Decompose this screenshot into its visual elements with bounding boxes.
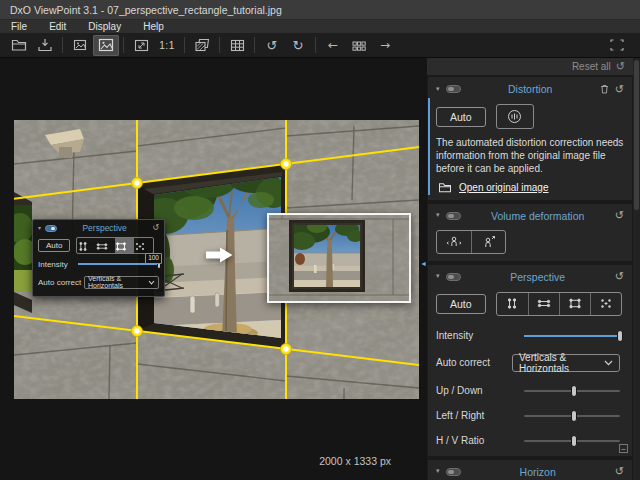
guide-handle[interactable] bbox=[281, 344, 292, 355]
force-rectangle-tool[interactable] bbox=[115, 238, 134, 253]
rectangle-icon bbox=[115, 241, 127, 252]
collapse-triangle-icon[interactable]: ▾ bbox=[436, 212, 440, 219]
toolbar: 1:1 ↺ ↻ ← → bbox=[0, 33, 640, 58]
workspace: ▾ Perspective ↺ Auto bbox=[0, 58, 640, 480]
intensity-slider[interactable] bbox=[524, 329, 620, 343]
menu-file[interactable]: File bbox=[0, 21, 38, 32]
export-button[interactable] bbox=[32, 35, 58, 56]
perspective-toggle[interactable] bbox=[446, 273, 461, 281]
reset-section-icon[interactable]: ↺ bbox=[615, 84, 624, 95]
reset-section-icon[interactable]: ↺ bbox=[615, 210, 624, 221]
perspective-toggle[interactable] bbox=[45, 225, 57, 232]
collapse-triangle-icon[interactable]: ▾ bbox=[436, 86, 440, 93]
trash-icon[interactable] bbox=[600, 84, 609, 94]
fit-screen-button[interactable] bbox=[128, 35, 154, 56]
rectangle-icon bbox=[568, 297, 582, 310]
auto-correct-value: Verticals & Horizontals bbox=[88, 275, 148, 289]
reset-section-icon[interactable]: ↺ bbox=[615, 271, 624, 282]
volume-toggle[interactable] bbox=[446, 212, 461, 220]
section-title: Distortion bbox=[467, 83, 594, 95]
open-file-button[interactable] bbox=[6, 35, 32, 56]
panel-scrollbar[interactable] bbox=[633, 58, 640, 480]
intensity-slider[interactable]: 100 bbox=[78, 258, 159, 270]
collapse-triangle-icon[interactable]: ▾ bbox=[436, 273, 440, 280]
toolbar-separator bbox=[254, 37, 255, 53]
distortion-toggle[interactable] bbox=[446, 85, 461, 93]
rotate-cw-button[interactable]: ↻ bbox=[285, 35, 311, 56]
force-horizontals-tool[interactable] bbox=[96, 238, 115, 253]
chevron-down-icon bbox=[604, 360, 613, 366]
auto-button[interactable]: Auto bbox=[38, 239, 70, 252]
left-right-slider[interactable] bbox=[524, 409, 620, 423]
menu-edit[interactable]: Edit bbox=[38, 21, 77, 32]
slider-handle[interactable] bbox=[571, 385, 577, 397]
reset-all-icon[interactable]: ↺ bbox=[616, 61, 625, 72]
open-original-link[interactable]: Open original image bbox=[459, 182, 549, 193]
zoom-1-1-button[interactable]: 1:1 bbox=[154, 35, 180, 56]
up-down-label: Up / Down bbox=[436, 385, 524, 396]
horizontals-icon bbox=[537, 297, 551, 310]
rotate-ccw-button[interactable]: ↺ bbox=[259, 35, 285, 56]
view-original-button[interactable] bbox=[67, 35, 93, 56]
up-down-slider[interactable] bbox=[524, 384, 620, 398]
grid-button[interactable] bbox=[224, 35, 250, 56]
auto-correct-dropdown[interactable]: Verticals & Horizontals bbox=[512, 354, 620, 372]
horizontals-icon bbox=[96, 241, 108, 252]
force-rectangle-tool[interactable] bbox=[559, 293, 590, 315]
distortion-manual-button[interactable] bbox=[497, 105, 533, 128]
force-verticals-tool[interactable] bbox=[497, 293, 528, 315]
volume-horizontal-button[interactable] bbox=[437, 231, 471, 253]
fullscreen-button[interactable] bbox=[604, 35, 630, 56]
slider-handle[interactable] bbox=[571, 410, 577, 422]
next-image-button[interactable]: → bbox=[372, 35, 398, 56]
perspective-auto-button[interactable]: Auto bbox=[436, 294, 486, 314]
fullscreen-icon bbox=[610, 39, 624, 51]
guide-handle[interactable] bbox=[281, 159, 292, 170]
hv-ratio-label: H / V Ratio bbox=[436, 435, 524, 446]
previous-image-button[interactable]: ← bbox=[320, 35, 346, 56]
guide-handle[interactable] bbox=[132, 326, 143, 337]
verticals-icon bbox=[77, 241, 89, 252]
collapse-triangle-icon[interactable]: ▾ bbox=[38, 225, 41, 231]
export-icon bbox=[37, 38, 53, 52]
force-horizontals-tool[interactable] bbox=[528, 293, 559, 315]
reset-all-label[interactable]: Reset all bbox=[572, 61, 611, 72]
image-canvas[interactable]: ▾ Perspective ↺ Auto bbox=[0, 58, 427, 480]
menu-display[interactable]: Display bbox=[77, 21, 132, 32]
reset-section-icon[interactable]: ↺ bbox=[615, 466, 624, 477]
auto-correct-dropdown[interactable]: Verticals & Horizontals bbox=[84, 276, 159, 289]
volume-diagonal-button[interactable] bbox=[471, 231, 505, 253]
eight-points-tool[interactable] bbox=[134, 238, 153, 253]
section-volume-deformation: ▾ Volume deformation ↺ bbox=[428, 204, 632, 261]
force-verticals-tool[interactable] bbox=[77, 238, 96, 253]
compare-button[interactable] bbox=[189, 35, 215, 56]
reset-all-bar[interactable]: Reset all ↺ bbox=[427, 58, 633, 75]
hv-ratio-slider[interactable] bbox=[524, 434, 620, 448]
reset-icon[interactable]: ↺ bbox=[152, 224, 159, 232]
corrections-panel: Reset all ↺ ▾ Distortion ↺ Auto bbox=[427, 58, 633, 480]
panel-collapse-handle[interactable]: ◂ bbox=[420, 256, 427, 272]
auto-correct-label: Auto correct bbox=[38, 278, 84, 287]
menu-bar: File Edit Display Help bbox=[0, 20, 640, 33]
floating-perspective-panel[interactable]: ▾ Perspective ↺ Auto bbox=[32, 219, 165, 297]
chevron-down-icon bbox=[148, 280, 155, 285]
slider-handle[interactable] bbox=[571, 435, 577, 447]
collapse-triangle-icon[interactable]: ▾ bbox=[436, 468, 440, 475]
open-original-link-row[interactable]: Open original image bbox=[436, 182, 624, 193]
slider-handle[interactable] bbox=[617, 330, 623, 342]
section-title: Perspective bbox=[467, 271, 609, 283]
toolbar-separator bbox=[315, 37, 316, 53]
distortion-auto-button[interactable]: Auto bbox=[436, 107, 486, 127]
eight-points-tool[interactable] bbox=[590, 293, 621, 315]
horizon-toggle[interactable] bbox=[446, 468, 461, 476]
guide-handle[interactable] bbox=[132, 178, 143, 189]
person-horizontal-icon bbox=[445, 235, 463, 249]
compare-icon bbox=[194, 38, 210, 52]
view-corrected-button[interactable] bbox=[93, 35, 119, 56]
menu-help[interactable]: Help bbox=[132, 21, 175, 32]
collapse-advanced-button[interactable]: – bbox=[619, 444, 628, 453]
section-title: Volume deformation bbox=[467, 210, 609, 222]
scrollbar-thumb[interactable] bbox=[634, 60, 639, 210]
thumbnail-browser-button[interactable] bbox=[346, 35, 372, 56]
auto-correct-value: Verticals & Horizontals bbox=[519, 352, 604, 374]
